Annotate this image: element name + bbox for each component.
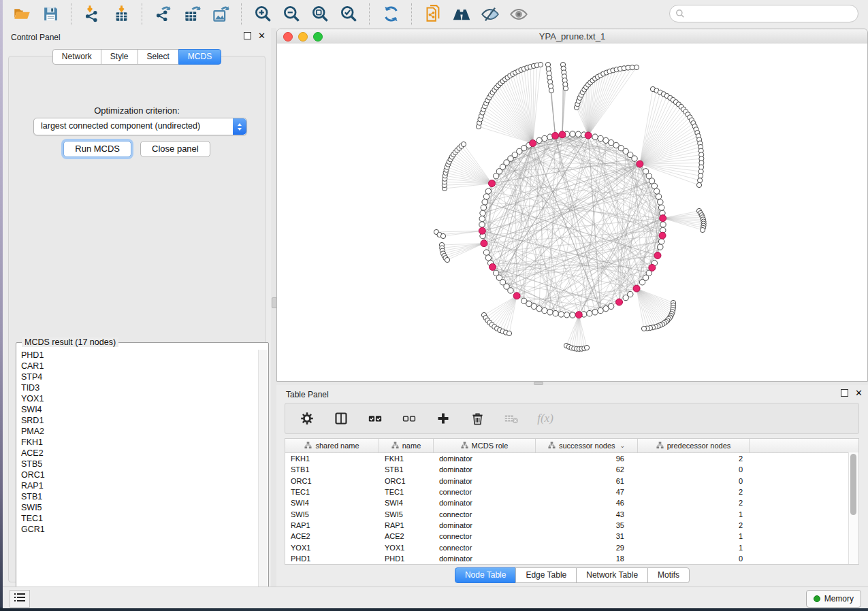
binoculars-button[interactable] xyxy=(449,3,474,26)
column-type-icon xyxy=(391,442,399,450)
mcds-result-item[interactable]: PHD1 xyxy=(17,350,258,361)
table-row[interactable]: RAP1RAP1dominator352 xyxy=(285,520,858,531)
import-table-button[interactable] xyxy=(109,3,133,26)
mcds-list-scrollbar[interactable] xyxy=(258,350,268,593)
criterion-dropdown[interactable]: largest connected component (undirected) xyxy=(33,118,247,135)
column-header-shared-name[interactable]: shared name xyxy=(285,439,379,452)
mcds-result-item[interactable]: GCR1 xyxy=(17,524,258,535)
mcds-result-item[interactable]: SRD1 xyxy=(17,415,258,426)
open-file-button[interactable] xyxy=(10,3,34,26)
mcds-result-item[interactable]: SWI5 xyxy=(17,502,258,513)
column-type-icon xyxy=(304,442,312,450)
scrollbar-thumb[interactable] xyxy=(850,454,856,515)
select-all-button[interactable] xyxy=(366,408,385,429)
tab-network-table[interactable]: Network Table xyxy=(576,567,648,583)
tab-network[interactable]: Network xyxy=(52,49,101,65)
mcds-result-item[interactable]: TID3 xyxy=(17,382,258,393)
table-toolbar: f(x) xyxy=(285,403,859,434)
close-panel-icon[interactable]: ✕ xyxy=(258,32,266,39)
tab-mcds[interactable]: MCDS xyxy=(178,49,221,65)
delete-column-button[interactable] xyxy=(468,408,487,429)
table-cell: 31 xyxy=(536,532,638,540)
mcds-result-item[interactable]: FKH1 xyxy=(17,437,258,448)
node-table: shared name name MCDS role successor nod… xyxy=(285,438,859,565)
table-row[interactable]: FKH1FKH1dominator962 xyxy=(285,453,858,464)
list-icon xyxy=(14,593,25,605)
mcds-result-item[interactable]: YOX1 xyxy=(17,393,258,404)
table-row[interactable]: ACE2ACE2connector311 xyxy=(285,531,858,542)
table-cell: dominator xyxy=(434,465,536,474)
tab-style[interactable]: Style xyxy=(101,49,138,65)
import-network-button[interactable] xyxy=(80,3,105,26)
column-header-name[interactable]: name xyxy=(379,439,434,452)
table-scrollbar[interactable] xyxy=(848,452,858,565)
mcds-result-item[interactable]: ACE2 xyxy=(17,448,258,459)
mcds-result-item[interactable]: STB1 xyxy=(17,491,258,502)
mcds-result-item[interactable]: PMA2 xyxy=(17,426,258,437)
clone-network-icon xyxy=(424,5,443,23)
tab-edge-table[interactable]: Edge Table xyxy=(515,567,577,583)
table-row[interactable]: PHD1PHD1dominator180 xyxy=(285,553,858,564)
sort-descending-icon: ⌄ xyxy=(620,442,626,449)
table-body: FKH1FKH1dominator962STB1STB1dominator620… xyxy=(285,453,858,564)
show-columns-button[interactable] xyxy=(332,408,351,429)
column-label: predecessor nodes xyxy=(667,442,731,450)
column-type-icon xyxy=(548,442,556,450)
vertical-splitter[interactable] xyxy=(271,28,276,587)
mcds-result-item[interactable]: STP4 xyxy=(17,371,258,382)
network-canvas[interactable] xyxy=(277,44,867,381)
table-row[interactable]: SWI5SWI5connector431 xyxy=(285,508,858,519)
table-cell: 29 xyxy=(536,544,638,552)
search-input[interactable] xyxy=(669,5,858,22)
close-panel-icon[interactable]: ✕ xyxy=(855,389,863,397)
run-mcds-button[interactable]: Run MCDS xyxy=(63,141,131,157)
table-row[interactable]: TEC1TEC1connector472 xyxy=(285,486,858,497)
mcds-result-item[interactable]: STB5 xyxy=(17,459,258,469)
close-panel-button[interactable]: Close panel xyxy=(140,141,210,157)
task-history-button[interactable] xyxy=(10,590,30,608)
hide-selected-button[interactable] xyxy=(478,3,502,26)
fx-icon: f(x) xyxy=(537,412,553,425)
table-cell: 43 xyxy=(536,510,638,518)
table-panel: Table Panel ✕ xyxy=(276,385,868,587)
mcds-result-item[interactable]: TEC1 xyxy=(17,513,258,524)
mcds-result-item[interactable]: CAR1 xyxy=(17,361,258,371)
zoom-out-button[interactable] xyxy=(279,3,304,26)
show-all-button[interactable] xyxy=(507,3,531,26)
column-header-predecessor-nodes[interactable]: predecessor nodes xyxy=(638,439,750,452)
table-cell: 35 xyxy=(536,521,638,529)
clone-network-button[interactable] xyxy=(421,3,445,26)
add-column-button[interactable] xyxy=(434,408,453,429)
tab-select[interactable]: Select xyxy=(138,49,179,65)
table-row[interactable]: YOX1YOX1connector291 xyxy=(285,542,858,552)
column-header-mcds-role[interactable]: MCDS role xyxy=(434,439,536,452)
table-row[interactable]: STB1STB1dominator620 xyxy=(285,464,858,475)
float-panel-icon[interactable] xyxy=(841,389,848,397)
float-panel-icon[interactable] xyxy=(244,32,251,39)
search-icon xyxy=(675,9,685,21)
network-search xyxy=(669,5,858,22)
table-row[interactable]: SWI4SWI4dominator462 xyxy=(285,497,858,508)
zoom-in-button[interactable] xyxy=(251,3,275,26)
memory-button[interactable]: Memory xyxy=(806,590,861,608)
export-table-button[interactable] xyxy=(180,3,204,26)
open-folder-icon xyxy=(13,5,31,23)
mcds-result-item[interactable]: ORC1 xyxy=(17,469,258,480)
zoom-fit-button[interactable] xyxy=(308,3,332,26)
deselect-all-button[interactable] xyxy=(400,408,419,429)
table-row[interactable]: ORC1ORC1dominator610 xyxy=(285,476,858,486)
zoom-fit-icon xyxy=(311,5,329,23)
refresh-button[interactable] xyxy=(379,3,403,26)
export-image-button[interactable] xyxy=(208,3,233,26)
checked-boxes-icon xyxy=(368,411,383,426)
tab-motifs[interactable]: Motifs xyxy=(647,567,690,583)
mcds-result-item[interactable]: RAP1 xyxy=(17,480,258,491)
table-settings-button[interactable] xyxy=(298,408,317,429)
tab-node-table[interactable]: Node Table xyxy=(455,567,517,583)
save-session-button[interactable] xyxy=(38,3,63,26)
zoom-selected-button[interactable] xyxy=(336,3,361,26)
table-cell: 62 xyxy=(536,465,638,474)
mcds-result-item[interactable]: SWI4 xyxy=(17,404,258,415)
export-network-button[interactable] xyxy=(151,3,176,26)
column-header-successor-nodes[interactable]: successor nodes ⌄ xyxy=(536,439,638,452)
